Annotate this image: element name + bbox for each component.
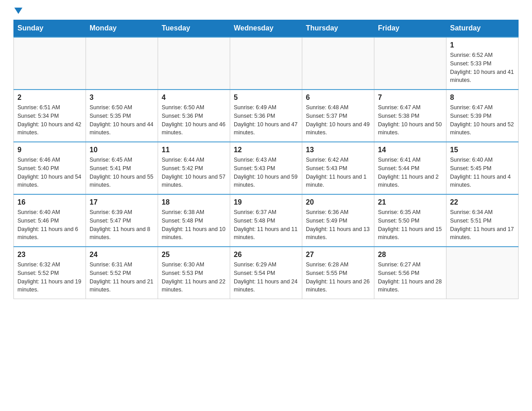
page-header: [13, 9, 519, 15]
day-number: 20: [306, 198, 370, 206]
day-info: Sunrise: 6:36 AM Sunset: 5:49 PM Dayligh…: [306, 208, 370, 242]
calendar-cell: 16Sunrise: 6:40 AM Sunset: 5:46 PM Dayli…: [14, 194, 86, 247]
calendar-cell: 27Sunrise: 6:28 AM Sunset: 5:55 PM Dayli…: [302, 247, 374, 299]
day-info: Sunrise: 6:47 AM Sunset: 5:39 PM Dayligh…: [450, 103, 515, 137]
calendar-cell: 28Sunrise: 6:27 AM Sunset: 5:56 PM Dayli…: [374, 247, 446, 299]
day-number: 1: [450, 41, 515, 49]
day-number: 6: [306, 94, 370, 102]
calendar-header-sunday: Sunday: [14, 20, 86, 37]
day-number: 11: [162, 146, 226, 154]
calendar-cell: [302, 37, 374, 90]
calendar-cell: 21Sunrise: 6:35 AM Sunset: 5:50 PM Dayli…: [374, 194, 446, 247]
calendar-cell: 13Sunrise: 6:42 AM Sunset: 5:43 PM Dayli…: [302, 142, 374, 194]
day-number: 12: [234, 146, 298, 154]
day-info: Sunrise: 6:48 AM Sunset: 5:37 PM Dayligh…: [306, 103, 370, 137]
calendar-cell: 17Sunrise: 6:39 AM Sunset: 5:47 PM Dayli…: [86, 194, 158, 247]
calendar-cell: [374, 37, 446, 90]
calendar-cell: 6Sunrise: 6:48 AM Sunset: 5:37 PM Daylig…: [302, 90, 374, 142]
logo-triangle-icon: [14, 8, 22, 14]
day-info: Sunrise: 6:50 AM Sunset: 5:35 PM Dayligh…: [90, 103, 154, 137]
day-info: Sunrise: 6:32 AM Sunset: 5:52 PM Dayligh…: [17, 261, 82, 294]
calendar-cell: 23Sunrise: 6:32 AM Sunset: 5:52 PM Dayli…: [14, 247, 86, 299]
calendar-header-row: SundayMondayTuesdayWednesdayThursdayFrid…: [14, 20, 519, 37]
day-number: 5: [234, 94, 298, 102]
calendar-cell: [230, 37, 302, 90]
calendar-cell: [14, 37, 86, 90]
calendar-cell: 2Sunrise: 6:51 AM Sunset: 5:34 PM Daylig…: [14, 90, 86, 142]
day-number: 25: [162, 251, 226, 259]
day-number: 14: [378, 146, 442, 154]
calendar-week-row: 23Sunrise: 6:32 AM Sunset: 5:52 PM Dayli…: [14, 247, 519, 299]
calendar-header-friday: Friday: [374, 20, 446, 37]
day-number: 21: [378, 198, 442, 206]
logo: [13, 9, 30, 15]
day-number: 28: [378, 251, 442, 259]
day-info: Sunrise: 6:46 AM Sunset: 5:40 PM Dayligh…: [17, 156, 82, 189]
calendar-cell: [158, 37, 230, 90]
calendar-week-row: 9Sunrise: 6:46 AM Sunset: 5:40 PM Daylig…: [14, 142, 519, 194]
day-number: 27: [306, 251, 370, 259]
day-number: 10: [90, 146, 154, 154]
day-info: Sunrise: 6:40 AM Sunset: 5:45 PM Dayligh…: [450, 156, 515, 189]
calendar-cell: 4Sunrise: 6:50 AM Sunset: 5:36 PM Daylig…: [158, 90, 230, 142]
day-number: 8: [450, 94, 515, 102]
calendar-week-row: 16Sunrise: 6:40 AM Sunset: 5:46 PM Dayli…: [14, 194, 519, 247]
day-info: Sunrise: 6:31 AM Sunset: 5:52 PM Dayligh…: [90, 261, 154, 294]
day-info: Sunrise: 6:41 AM Sunset: 5:44 PM Dayligh…: [378, 156, 442, 189]
calendar-cell: 7Sunrise: 6:47 AM Sunset: 5:38 PM Daylig…: [374, 90, 446, 142]
calendar-cell: [446, 247, 519, 299]
day-number: 13: [306, 146, 370, 154]
day-info: Sunrise: 6:27 AM Sunset: 5:56 PM Dayligh…: [378, 261, 442, 294]
day-info: Sunrise: 6:39 AM Sunset: 5:47 PM Dayligh…: [90, 208, 154, 242]
day-number: 23: [17, 251, 82, 259]
calendar-cell: 11Sunrise: 6:44 AM Sunset: 5:42 PM Dayli…: [158, 142, 230, 194]
calendar-cell: 22Sunrise: 6:34 AM Sunset: 5:51 PM Dayli…: [446, 194, 519, 247]
day-info: Sunrise: 6:51 AM Sunset: 5:34 PM Dayligh…: [17, 103, 82, 137]
calendar-header-saturday: Saturday: [446, 20, 519, 37]
day-number: 4: [162, 94, 226, 102]
calendar-cell: 3Sunrise: 6:50 AM Sunset: 5:35 PM Daylig…: [86, 90, 158, 142]
calendar-cell: 15Sunrise: 6:40 AM Sunset: 5:45 PM Dayli…: [446, 142, 519, 194]
calendar-cell: 24Sunrise: 6:31 AM Sunset: 5:52 PM Dayli…: [86, 247, 158, 299]
day-info: Sunrise: 6:28 AM Sunset: 5:55 PM Dayligh…: [306, 261, 370, 294]
day-info: Sunrise: 6:52 AM Sunset: 5:33 PM Dayligh…: [450, 51, 515, 85]
calendar-cell: 18Sunrise: 6:38 AM Sunset: 5:48 PM Dayli…: [158, 194, 230, 247]
calendar-cell: 9Sunrise: 6:46 AM Sunset: 5:40 PM Daylig…: [14, 142, 86, 194]
calendar-week-row: 1Sunrise: 6:52 AM Sunset: 5:33 PM Daylig…: [14, 37, 519, 90]
calendar-cell: 25Sunrise: 6:30 AM Sunset: 5:53 PM Dayli…: [158, 247, 230, 299]
calendar-cell: 10Sunrise: 6:45 AM Sunset: 5:41 PM Dayli…: [86, 142, 158, 194]
day-number: 2: [17, 94, 82, 102]
day-number: 9: [17, 146, 82, 154]
day-number: 16: [17, 198, 82, 206]
day-number: 7: [378, 94, 442, 102]
day-info: Sunrise: 6:30 AM Sunset: 5:53 PM Dayligh…: [162, 261, 226, 294]
calendar-header-wednesday: Wednesday: [230, 20, 302, 37]
day-info: Sunrise: 6:40 AM Sunset: 5:46 PM Dayligh…: [17, 208, 82, 242]
day-info: Sunrise: 6:37 AM Sunset: 5:48 PM Dayligh…: [234, 208, 298, 242]
day-number: 26: [234, 251, 298, 259]
day-info: Sunrise: 6:43 AM Sunset: 5:43 PM Dayligh…: [234, 156, 298, 189]
calendar-header-tuesday: Tuesday: [158, 20, 230, 37]
calendar-week-row: 2Sunrise: 6:51 AM Sunset: 5:34 PM Daylig…: [14, 90, 519, 142]
day-number: 17: [90, 198, 154, 206]
calendar-cell: 8Sunrise: 6:47 AM Sunset: 5:39 PM Daylig…: [446, 90, 519, 142]
calendar-table: SundayMondayTuesdayWednesdayThursdayFrid…: [13, 20, 519, 299]
calendar-cell: 20Sunrise: 6:36 AM Sunset: 5:49 PM Dayli…: [302, 194, 374, 247]
day-info: Sunrise: 6:50 AM Sunset: 5:36 PM Dayligh…: [162, 103, 226, 137]
day-info: Sunrise: 6:44 AM Sunset: 5:42 PM Dayligh…: [162, 156, 226, 189]
calendar-cell: [86, 37, 158, 90]
day-number: 22: [450, 198, 515, 206]
day-info: Sunrise: 6:34 AM Sunset: 5:51 PM Dayligh…: [450, 208, 515, 242]
calendar-cell: 19Sunrise: 6:37 AM Sunset: 5:48 PM Dayli…: [230, 194, 302, 247]
calendar-cell: 1Sunrise: 6:52 AM Sunset: 5:33 PM Daylig…: [446, 37, 519, 90]
calendar-cell: 5Sunrise: 6:49 AM Sunset: 5:36 PM Daylig…: [230, 90, 302, 142]
day-number: 19: [234, 198, 298, 206]
day-info: Sunrise: 6:29 AM Sunset: 5:54 PM Dayligh…: [234, 261, 298, 294]
calendar-header-thursday: Thursday: [302, 20, 374, 37]
day-info: Sunrise: 6:47 AM Sunset: 5:38 PM Dayligh…: [378, 103, 442, 137]
day-info: Sunrise: 6:38 AM Sunset: 5:48 PM Dayligh…: [162, 208, 226, 242]
day-info: Sunrise: 6:35 AM Sunset: 5:50 PM Dayligh…: [378, 208, 442, 242]
day-number: 3: [90, 94, 154, 102]
calendar-cell: 12Sunrise: 6:43 AM Sunset: 5:43 PM Dayli…: [230, 142, 302, 194]
calendar-cell: 26Sunrise: 6:29 AM Sunset: 5:54 PM Dayli…: [230, 247, 302, 299]
